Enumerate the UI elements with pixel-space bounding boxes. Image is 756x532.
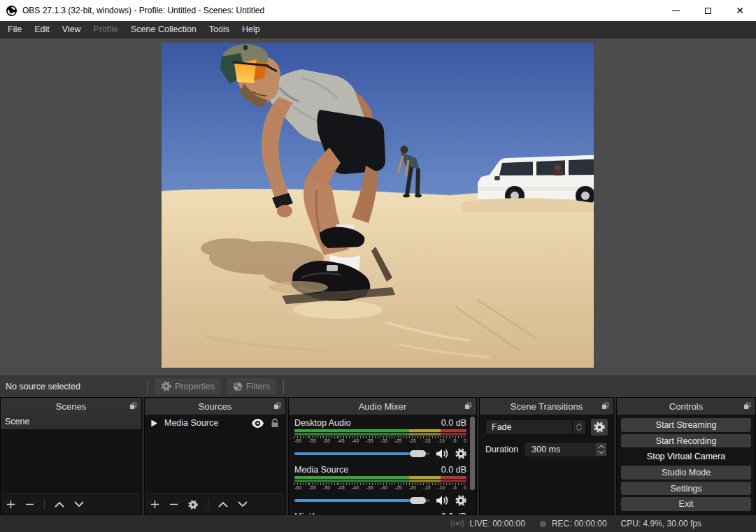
sources-list: Media Source	[145, 415, 285, 494]
properties-button[interactable]: Properties	[155, 378, 221, 394]
meter-tick-labels: -60-55-50-45-40-35-30-25-20-15-10-50	[294, 485, 466, 491]
channel-gear-icon[interactable]	[455, 448, 466, 459]
channel-name: Media Source	[294, 465, 348, 475]
speaker-mute-icon[interactable]	[436, 496, 449, 505]
cpu-stats: CPU: 4.9%, 30.00 fps	[621, 519, 701, 529]
channel-name: Mic/Aux	[294, 512, 325, 515]
broadcast-icon	[450, 519, 464, 528]
controls-title: Controls	[669, 401, 703, 412]
transition-properties-button[interactable]	[591, 419, 608, 436]
menu-profile[interactable]: Profile	[87, 21, 124, 38]
scene-list-item[interactable]: Scene	[1, 415, 141, 429]
window-title: OBS 27.1.3 (32-bit, windows) - Profile: …	[22, 6, 264, 15]
properties-label: Properties	[175, 382, 215, 391]
dock-float-icon[interactable]	[601, 402, 609, 410]
source-status-text: No source selected	[0, 382, 143, 391]
menu-help[interactable]: Help	[236, 21, 266, 38]
menu-view[interactable]: View	[56, 21, 87, 38]
volume-slider-handle[interactable]	[410, 450, 426, 457]
minimize-button[interactable]	[659, 0, 692, 21]
speaker-mute-icon[interactable]	[436, 449, 449, 459]
start-streaming-button[interactable]: Start Streaming	[621, 418, 751, 432]
lock-icon[interactable]	[270, 418, 280, 428]
scenes-dock-header[interactable]: Scenes	[1, 398, 141, 415]
menu-tools[interactable]: Tools	[203, 21, 236, 38]
dock-float-icon[interactable]	[464, 402, 472, 410]
filters-icon	[233, 382, 243, 391]
duration-increment-button[interactable]	[596, 443, 606, 450]
caret-down-icon	[576, 428, 582, 431]
gear-icon	[161, 381, 171, 391]
mixer-channel-desktop-audio: Desktop Audio 0.0 dB -60-55-50-45-40-35-…	[294, 417, 466, 459]
controls-body: Start Streaming Start Recording Stop Vir…	[617, 415, 755, 515]
caret-up-icon	[599, 445, 604, 448]
dock-float-icon[interactable]	[273, 402, 281, 410]
move-scene-up-button[interactable]	[55, 501, 64, 508]
add-scene-button[interactable]	[6, 500, 15, 509]
title-bar: OBS 27.1.3 (32-bit, windows) - Profile: …	[0, 0, 756, 21]
move-source-down-button[interactable]	[238, 501, 248, 508]
stop-virtual-camera-button[interactable]: Stop Virtual Camera	[621, 450, 751, 463]
exit-button[interactable]: Exit	[621, 497, 751, 511]
volume-slider-handle[interactable]	[410, 497, 426, 504]
menu-bar: File Edit View Profile Scene Collection …	[0, 21, 756, 38]
menu-edit[interactable]: Edit	[28, 21, 56, 38]
live-time: LIVE: 00:00:00	[469, 519, 525, 529]
caret-down-icon	[599, 451, 604, 454]
add-source-button[interactable]	[150, 500, 159, 509]
video-preview-canvas[interactable]	[162, 43, 594, 368]
move-scene-down-button[interactable]	[74, 501, 84, 508]
sources-dock-header[interactable]: Sources	[145, 398, 285, 415]
mixer-channel-media-source: Media Source 0.0 dB -60-55-50-45-40-35-3…	[294, 464, 466, 506]
dock-float-icon[interactable]	[129, 402, 137, 410]
transition-select[interactable]: Fade	[485, 419, 586, 435]
scenes-dock: Scenes Scene	[0, 397, 142, 515]
transition-value: Fade	[486, 422, 572, 432]
duration-decrement-button[interactable]	[596, 450, 606, 456]
menu-scene-collection[interactable]: Scene Collection	[124, 21, 203, 38]
source-properties-gear-icon[interactable]	[188, 500, 198, 510]
audio-mixer-dock: Audio Mixer Desktop Audio 0.0 dB -6	[288, 397, 477, 515]
mixer-scrollbar[interactable]	[470, 417, 475, 490]
dock-float-icon[interactable]	[743, 402, 751, 410]
sources-toolbar	[145, 494, 285, 515]
scenes-title: Scenes	[56, 401, 86, 412]
studio-mode-button[interactable]: Studio Mode	[621, 466, 751, 480]
channel-level: 0.0 dB	[441, 418, 466, 428]
maximize-icon	[705, 8, 711, 14]
scene-transitions-dock: Scene Transitions Fade	[479, 397, 614, 515]
obs-logo-icon	[6, 6, 17, 16]
channel-gear-icon[interactable]	[455, 495, 466, 506]
maximize-button[interactable]	[692, 0, 724, 21]
toolbar-separator	[208, 499, 208, 510]
caret-up-icon	[576, 423, 582, 426]
move-source-up-button[interactable]	[218, 501, 228, 508]
visibility-eye-icon[interactable]	[252, 419, 264, 428]
volume-slider[interactable]	[294, 450, 430, 457]
menu-file[interactable]: File	[1, 21, 28, 38]
media-source-icon	[150, 419, 158, 427]
audio-mixer-dock-header[interactable]: Audio Mixer	[289, 398, 476, 415]
controls-dock-header[interactable]: Controls	[617, 398, 755, 415]
remove-source-button[interactable]	[169, 500, 178, 509]
channel-level: 0.0 dB	[441, 465, 466, 475]
close-button[interactable]: ✕	[724, 0, 756, 21]
duration-value: 300 ms	[525, 445, 595, 454]
volume-meter: -60-55-50-45-40-35-30-25-20-15-10-50	[294, 429, 466, 445]
preview-workspace	[0, 38, 756, 375]
source-list-item[interactable]: Media Source	[145, 415, 285, 431]
sources-dock: Sources Media Source	[144, 397, 286, 515]
toolbar-separator	[147, 380, 148, 394]
sources-title: Sources	[199, 401, 232, 412]
volume-meter: -60-55-50-45-40-35-30-25-20-15-10-50	[294, 476, 466, 491]
remove-scene-button[interactable]	[25, 500, 34, 509]
filters-label: Filters	[246, 382, 270, 391]
close-icon: ✕	[736, 6, 744, 15]
start-recording-button[interactable]: Start Recording	[621, 434, 751, 448]
toolbar-separator	[283, 380, 284, 394]
volume-slider[interactable]	[294, 497, 430, 504]
settings-button[interactable]: Settings	[621, 482, 751, 496]
duration-input[interactable]: 300 ms	[524, 442, 608, 457]
filters-button[interactable]: Filters	[227, 378, 276, 394]
scene-transitions-dock-header[interactable]: Scene Transitions	[480, 398, 613, 415]
